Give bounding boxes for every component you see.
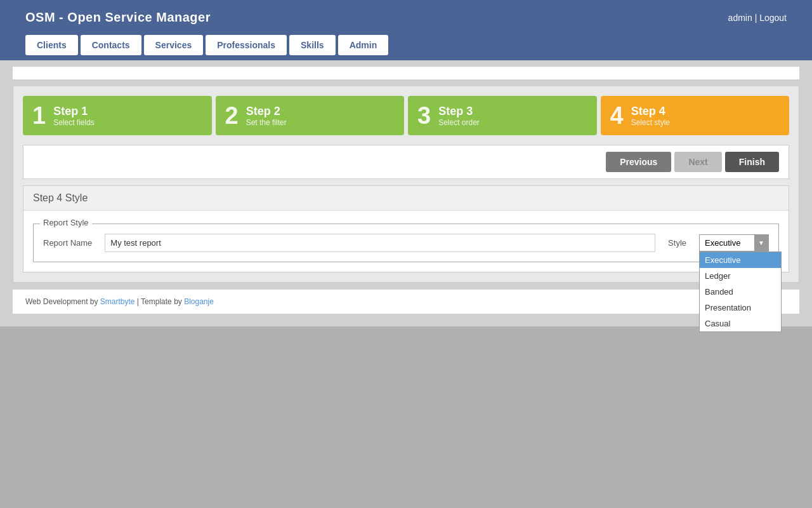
footer: Web Development by Smartbyte | Template … — [13, 289, 799, 314]
main-panel: 1 Step 1 Select fields 2 Step 2 Set the … — [13, 86, 799, 283]
white-bar — [13, 67, 799, 79]
nav-item-services[interactable]: Services — [144, 35, 204, 55]
step-2: 2 Step 2 Set the filter — [216, 96, 405, 135]
step-1-number: 1 — [32, 104, 46, 128]
style-option-banded[interactable]: Banded — [700, 284, 781, 300]
fieldset-legend: Report Style — [40, 218, 92, 227]
step-2-sublabel: Set the filter — [246, 118, 287, 127]
step-3-sublabel: Select order — [438, 118, 480, 127]
step4-title: Step 4 Style — [23, 186, 789, 211]
report-name-label: Report Name — [43, 238, 92, 248]
style-dropdown: Executive Ledger Banded Presentation Cas… — [699, 251, 782, 332]
style-option-executive[interactable]: Executive — [700, 252, 781, 268]
previous-button[interactable]: Previous — [606, 152, 671, 172]
form-row: Report Name Style Executive ▼ Executive … — [43, 234, 769, 252]
app-title: OSM - Open Service Manager — [25, 10, 211, 25]
step-2-label: Step 2 — [246, 105, 287, 118]
user-info: admin | Logout — [728, 13, 787, 23]
finish-button[interactable]: Finish — [725, 152, 779, 172]
step-4-sublabel: Select style — [631, 118, 670, 127]
style-option-casual[interactable]: Casual — [700, 316, 781, 331]
nav-item-contacts[interactable]: Contacts — [81, 35, 141, 55]
step4-content: Step 4 Style Report Style Report Name St… — [23, 185, 789, 272]
style-selected-value: Executive — [705, 238, 740, 248]
style-option-ledger[interactable]: Ledger — [700, 268, 781, 284]
footer-bloganje-link[interactable]: Bloganje — [184, 297, 214, 306]
step-4: 4 Step 4 Select style — [601, 96, 790, 135]
step-1-label: Step 1 — [53, 105, 95, 118]
step-2-number: 2 — [225, 104, 239, 128]
username: admin — [728, 13, 752, 23]
report-style-section: Report Style Report Name Style Executive… — [23, 211, 789, 272]
header: OSM - Open Service Manager admin | Logou… — [0, 0, 812, 35]
step-3-number: 3 — [417, 104, 431, 128]
nav-item-clients[interactable]: Clients — [25, 35, 78, 55]
footer-separator: | Template by — [135, 297, 185, 306]
nav-buttons: Previous Next Finish — [23, 145, 789, 179]
footer-smartbyte-link[interactable]: Smartbyte — [100, 297, 135, 306]
footer-text-before: Web Development by — [25, 297, 100, 306]
nav-item-admin[interactable]: Admin — [338, 35, 389, 55]
style-select-display[interactable]: Executive ▼ — [699, 234, 769, 251]
report-style-fieldset: Report Style Report Name Style Executive… — [33, 224, 779, 262]
step-1-sublabel: Select fields — [53, 118, 95, 127]
step-4-number: 4 — [610, 104, 624, 128]
steps-row: 1 Step 1 Select fields 2 Step 2 Set the … — [23, 96, 789, 135]
step-1: 1 Step 1 Select fields — [23, 96, 212, 135]
logout-link[interactable]: Logout — [759, 13, 787, 23]
step-4-label: Step 4 — [631, 105, 670, 118]
style-label: Style — [668, 238, 686, 248]
nav-item-skills[interactable]: Skills — [289, 35, 336, 55]
content-wrapper: 1 Step 1 Select fields 2 Step 2 Set the … — [0, 60, 812, 326]
main-nav: Clients Contacts Services Professionals … — [0, 35, 812, 60]
style-select-wrapper: Executive ▼ Executive Ledger Banded Pres… — [699, 234, 769, 251]
step-3: 3 Step 3 Select order — [408, 96, 597, 135]
next-button[interactable]: Next — [674, 152, 721, 172]
step-3-label: Step 3 — [438, 105, 480, 118]
dropdown-arrow-icon: ▼ — [754, 235, 768, 251]
nav-item-professionals[interactable]: Professionals — [206, 35, 287, 55]
report-name-input[interactable] — [105, 234, 655, 252]
style-option-presentation[interactable]: Presentation — [700, 300, 781, 316]
